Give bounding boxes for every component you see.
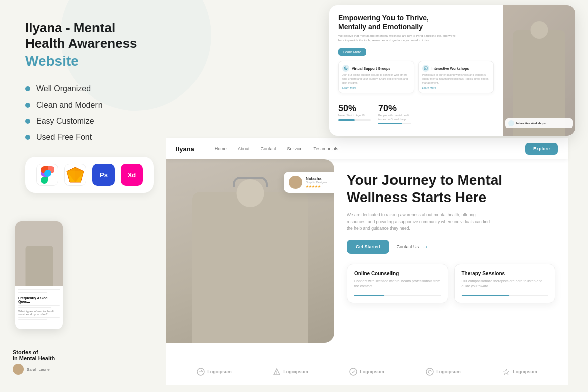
logo-5: Logoipsum [502,368,537,376]
nav-link-testimonials[interactable]: Testimonials [313,146,338,151]
hero-image-area: Natasha Graphic Designer ★★★★★ [166,159,334,343]
hero-section: Natasha Graphic Designer ★★★★★ Your Jour… [166,159,568,358]
service-card-2: Therapy Sessions Our compassionate thera… [454,264,556,303]
review-card: Natasha Graphic Designer ★★★★★ [284,172,334,193]
feature-dot [25,135,30,140]
nav-links: Home About Contact Service Testimonials [215,146,525,151]
reviewer-avatar [289,176,302,189]
feature-dot [25,119,30,124]
author-name: Sarah Leone [27,367,50,372]
feature-dot [25,86,30,91]
logo-5-icon [502,368,510,376]
nav-cta-button[interactable]: Explore [525,143,558,155]
tp-card-icon-1 [342,65,349,72]
photoshop-icon: Ps [92,164,115,186]
svg-point-9 [426,368,433,375]
tp-card-1-desc: Join our online support groups to connec… [342,73,410,85]
service-1-desc: Connect with licensed mental health prof… [354,279,441,289]
feature-item: Easy Customize [25,117,146,126]
service-2-title: Therapy Sessions [462,271,548,276]
tools-row: Ps Xd [25,157,154,193]
logo-4: Logoipsum [426,368,461,376]
service-card-1: Online Counseling Connect with licensed … [347,264,448,303]
service-1-title: Online Counseling [354,271,441,276]
tp-card-icon-2 [422,65,429,72]
logos-row: Logoipsum Logoipsum Logoipsum Logoipsum … [166,358,568,385]
stories-title2: in Mental Health [13,355,55,361]
feature-item: Used Free Font [25,133,146,142]
tp-card-2-link[interactable]: Learn More [422,86,490,89]
stat-1-bar [338,119,355,121]
head-silhouette [530,21,548,39]
logo-4-icon [426,368,434,376]
reviewer-name: Natasha [306,176,327,181]
interactive-badge: Interactive Workshops [505,118,573,128]
svg-point-10 [428,370,431,373]
tp-card-2-desc: Participate in our engaging workshops an… [422,73,490,85]
nav-link-home[interactable]: Home [215,146,227,151]
nav-link-service[interactable]: Service [287,146,302,151]
figma-icon [36,164,58,186]
service-2-desc: Our compassionate therapists are here to… [462,279,548,289]
service-1-progress [354,295,384,296]
contact-button[interactable]: Contact Us → [397,243,429,251]
logo-3: Logoipsum [349,368,384,376]
tp-card-2: Interactive Workshops Participate in our… [418,61,494,93]
author-avatar [13,364,24,375]
stories-section: Stories of in Mental Health Sarah Leone [13,349,55,375]
nav-link-contact[interactable]: Contact [260,146,276,151]
logo-3-icon [349,368,357,376]
hero-buttons: Get Started Contact Us → [347,240,555,254]
logo-2-icon [273,368,281,376]
get-started-button[interactable]: Get Started [347,240,389,254]
feature-dot [25,103,30,108]
tp-card-1: Virtual Support Groups Join our online s… [338,61,414,93]
reviewer-role: Graphic Designer [306,181,327,184]
headphones-icon [233,177,268,187]
contact-label: Contact Us [397,244,419,249]
nav-logo: Ilyana [176,145,194,153]
tp-headline: Empowering You to Thrive, Mentally and E… [338,13,434,31]
service-cards: Online Counseling Connect with licensed … [347,264,555,303]
stat-2-bar [378,123,402,124]
badge-icon [508,120,514,126]
service-2-progress [462,295,509,296]
stories-title1: Stories of [13,349,55,355]
hero-woman-figure [192,192,308,343]
hero-headline: Your Journey to Mental Wellness Starts H… [347,172,555,206]
tp-card-2-title: Interactive Workshops [432,67,469,70]
xd-icon: Xd [121,164,143,186]
left-panel: Ilyana - Mental Health Awareness Website… [0,0,171,392]
tp-card-1-link[interactable]: Learn More [342,86,410,89]
hero-text-area: Your Journey to Mental Wellness Starts H… [334,159,568,358]
arrow-icon: → [422,243,429,251]
stat-1: 50% Never Start to Age 18 [338,103,371,124]
logo-1: Logoipsum [197,368,232,376]
nav-link-about[interactable]: About [238,146,250,151]
main-wrapper: Empowering You to Thrive, Mentally and E… [166,0,588,392]
navigation-bar: Ilyana Home About Contact Service Testim… [166,138,568,159]
tp-card-1-title: Virtual Support Groups [352,67,390,70]
tp-woman-figure [503,5,575,136]
hero-subtext: We are dedicated to raising awareness ab… [347,212,493,232]
top-preview-card: Empowering You to Thrive, Mentally and E… [329,5,575,136]
tp-image-area: Interactive Workshops [503,5,575,136]
tp-subtext: We believe that mental and emotional wel… [338,34,459,43]
reviewer-stars: ★★★★★ [306,185,327,189]
svg-point-8 [350,368,357,375]
logo-2: Logoipsum [273,368,308,376]
reviewer-info: Natasha Graphic Designer ★★★★★ [306,176,327,189]
stat-2: 70% People with mental health issues don… [378,103,414,124]
learn-more-button[interactable]: Learn More [338,48,366,56]
small-preview-card: Frequently Asked Ques... What types of m… [15,221,63,329]
logo-1-icon [197,368,205,376]
sketch-icon [64,164,86,186]
